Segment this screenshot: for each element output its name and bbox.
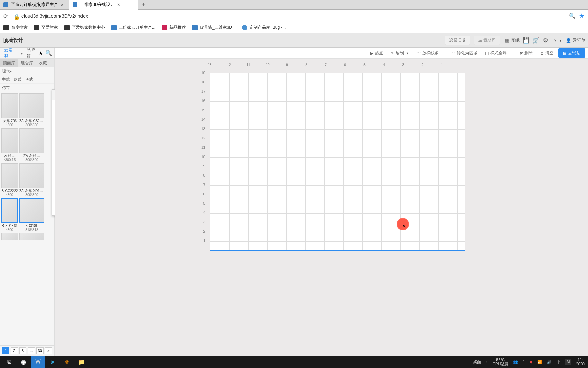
draw-label: 绘制 — [396, 50, 404, 56]
search-icon[interactable]: 🔍 — [569, 13, 576, 19]
material-item[interactable]: ZA-友邦-XD1455300*300 — [19, 163, 44, 197]
separator — [513, 50, 513, 56]
draw-button[interactable]: ✎绘制▼ — [388, 49, 412, 57]
paper-label: 图纸 — [511, 37, 520, 43]
bookmark-3[interactable]: 三维家云订单生产... — [111, 25, 155, 30]
chrome-icon[interactable]: ◉ — [17, 356, 30, 368]
explorer-icon[interactable]: 📁 — [75, 356, 88, 368]
thumb — [1, 128, 18, 153]
tile-button[interactable]: ⊞去铺贴 — [558, 48, 585, 58]
tray-up-icon[interactable]: ˄ — [523, 360, 525, 364]
clear-button[interactable]: ⊘清空 — [538, 49, 556, 57]
people-icon[interactable]: 👥 — [513, 360, 518, 364]
page-30[interactable]: 30 — [36, 347, 44, 354]
pencil-icon: ✎ — [391, 51, 394, 56]
material-item[interactable]: B-ZD1361*300 — [1, 198, 18, 232]
material-item[interactable]: ZA-友邦-...300*300 — [19, 128, 44, 162]
toarea-button[interactable]: ▢转化为区域 — [449, 49, 480, 57]
temperature-widget[interactable]: 56°C CPU温度 — [493, 358, 508, 366]
close-icon[interactable]: × — [117, 2, 120, 8]
save-icon[interactable]: 💾 — [523, 37, 529, 44]
back-old-button[interactable]: 返回旧版 — [445, 36, 470, 45]
bookmark-icon — [162, 25, 167, 30]
page-ellipsis[interactable]: ... — [28, 347, 35, 354]
bookmark-icon — [111, 25, 117, 30]
volume-icon[interactable]: 🔊 — [547, 360, 552, 364]
cloud-icon: ☁ — [478, 38, 482, 43]
page-1[interactable]: 1 — [2, 347, 9, 354]
reload-icon[interactable]: ⟳ — [3, 13, 10, 19]
cloud-material-tab[interactable]: 云素材 — [2, 46, 17, 61]
gear-icon[interactable]: ⚙ — [542, 37, 549, 44]
material-item[interactable] — [1, 233, 18, 240]
brand-button[interactable]: 🏷品牌馆 — [21, 47, 36, 59]
category-selector[interactable]: 现代▸ — [0, 67, 54, 75]
material-item[interactable]: B-GC2222*300 — [1, 163, 18, 197]
lib-tab-fav[interactable]: 收藏 — [36, 59, 50, 67]
style-us[interactable]: 美式 — [26, 77, 33, 82]
sampleline-button[interactable]: 〰放样线条 — [414, 49, 442, 57]
user-icon: 👤 — [565, 37, 571, 44]
chevron-right-icon[interactable]: » — [486, 360, 488, 364]
style-euro[interactable]: 欧式 — [14, 77, 21, 82]
bookmark-1[interactable]: 至爱智家 — [34, 25, 58, 30]
url-field[interactable]: cloud3d.3vjia.com/3D/V2/Index — [21, 13, 566, 19]
tab-favicon-0 — [3, 2, 8, 7]
wifi-icon[interactable]: 📶 — [537, 360, 542, 364]
browser-tab-0[interactable]: 至造云订单-定制家居生产 × — [0, 0, 69, 10]
bookmark-0[interactable]: 百度搜索 — [3, 25, 28, 30]
page-3[interactable]: 3 — [19, 347, 27, 354]
startpoint-label: 起点 — [375, 50, 383, 56]
startpoint-button[interactable]: ▶起点 — [368, 49, 386, 57]
bookmark-4[interactable]: 新品推荐 — [162, 25, 186, 30]
canvas-area[interactable]: 13121110987654321 1918171615141312111098… — [55, 59, 588, 356]
browser-tab-1[interactable]: 三维家3D在线设计 × — [69, 0, 138, 10]
ime-indicator[interactable]: 中 — [557, 359, 560, 365]
lib-tab-top[interactable]: 顶面库 — [0, 59, 18, 67]
style-filters: 中式 欧式 美式 — [0, 75, 54, 84]
bookmark-6[interactable]: 定制产品库::Bug -... — [242, 25, 286, 30]
new-tab-button[interactable]: + — [138, 1, 149, 8]
material-lib-button[interactable]: ☁ 素材库 — [474, 36, 500, 45]
styleglobal-button[interactable]: ◫样式全局 — [482, 49, 510, 57]
cart-icon[interactable]: 🛒 — [533, 37, 539, 44]
bookmarks-bar: 百度搜索 至爱智家 至爱智家数据中心 三维家云订单生产... 新品推荐 背景墙_… — [0, 22, 588, 33]
star-icon[interactable]: ★ — [579, 12, 585, 20]
app-icon[interactable]: ☺ — [60, 356, 74, 368]
bookmark-5[interactable]: 背景墙_三维家3D... — [192, 25, 236, 30]
window-controls: — — [573, 0, 588, 10]
material-item[interactable]: 友邦-...*300.15 — [1, 128, 18, 162]
lock-icon[interactable]: 🔒 — [13, 13, 18, 18]
wps-icon[interactable]: W — [31, 356, 45, 368]
page-next[interactable]: > — [45, 347, 52, 354]
tab-title-1: 三维家3D在线设计 — [80, 2, 114, 8]
page-2[interactable]: 2 — [11, 347, 18, 354]
material-item[interactable]: 友邦-703*300 — [1, 93, 18, 127]
style-chinese[interactable]: 中式 — [2, 77, 10, 82]
material-item[interactable]: XD318E318*318 — [19, 198, 44, 232]
tray-m-icon[interactable]: M — [565, 359, 571, 365]
search-icon[interactable]: 🔍 — [45, 50, 52, 56]
user-menu[interactable]: 👤云订单 — [565, 37, 585, 44]
help-button[interactable]: ?▾ — [552, 37, 562, 44]
bookmark-label: 至爱智家数据中心 — [72, 25, 105, 30]
material-item[interactable]: ZA-友邦-CS2915300*300 — [19, 93, 44, 127]
delete-button[interactable]: ✖删除 — [517, 49, 535, 57]
style-antique[interactable]: 仿古 — [0, 84, 54, 92]
app-icon[interactable]: ➤ — [46, 356, 59, 368]
design-canvas[interactable] — [210, 73, 465, 251]
bookmark-2[interactable]: 至爱智家数据中心 — [64, 25, 105, 30]
clock[interactable]: 11: 2020 — [576, 358, 585, 366]
lib-tab-combo[interactable]: 组合库 — [18, 59, 36, 67]
material-item[interactable] — [19, 233, 44, 240]
user-label: 云订单 — [573, 37, 585, 43]
paper-button[interactable]: ▦图纸 — [504, 37, 520, 44]
desktop-label[interactable]: 桌面 — [473, 359, 481, 365]
minimize-button[interactable]: — — [573, 0, 588, 10]
tab-title-0: 至造云订单-定制家居生产 — [11, 2, 58, 8]
taskview-icon[interactable]: ⧉ — [2, 356, 16, 368]
close-icon[interactable]: × — [61, 2, 64, 8]
tray-icon[interactable]: ◆ — [530, 360, 532, 364]
star-icon[interactable]: ★ — [38, 50, 43, 56]
date-value: 2020 — [576, 362, 585, 366]
